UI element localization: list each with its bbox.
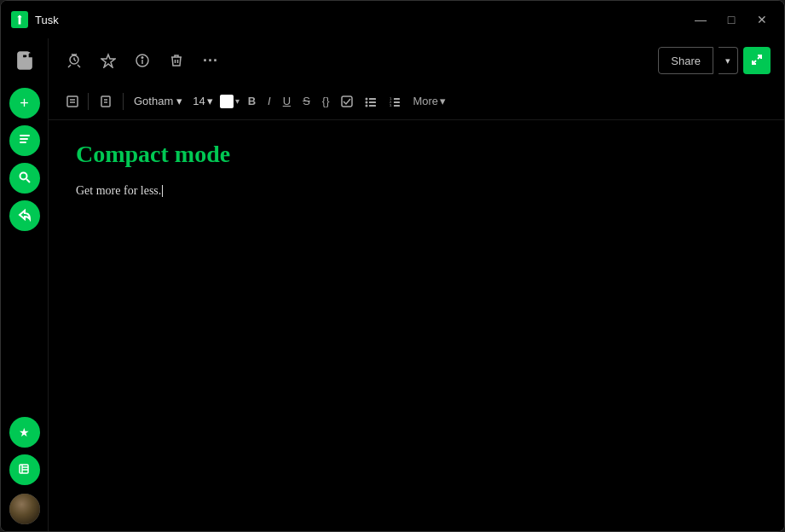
checkbox-button[interactable] [336,90,358,113]
svg-rect-1 [20,138,28,140]
svg-line-4 [26,179,30,182]
search-button[interactable] [9,163,40,194]
star-icon: ★ [19,425,30,439]
numbered-list-button[interactable]: 1. 2. 3. [384,90,406,113]
title-bar: Tusk — □ ✕ [1,1,784,38]
starred-button[interactable]: ★ [9,417,40,448]
close-button[interactable]: ✕ [750,8,774,32]
share-button[interactable]: Share [658,47,713,74]
svg-point-24 [366,101,368,103]
more-chevron-icon: ▾ [440,95,446,107]
svg-marker-10 [101,55,115,67]
notebooks-button[interactable] [9,454,40,485]
svg-rect-19 [101,96,110,107]
more-button[interactable]: More ▾ [407,93,451,109]
bullet-list-button[interactable] [360,90,382,113]
content-area: ··· Share ▾ [49,38,784,531]
app-logo [11,11,28,28]
title-bar-left: Tusk [11,11,59,28]
font-name: Gotham [134,95,173,107]
editor-area[interactable]: Compact mode Get more for less. [49,120,784,531]
color-picker[interactable] [220,95,234,108]
font-chevron-icon: ▾ [176,95,182,107]
star-icon[interactable] [96,49,120,72]
main-layout: + [1,38,784,531]
separator-1 [88,93,89,110]
separator-2 [123,93,124,110]
note-title: Compact mode [76,141,757,168]
minimize-button[interactable]: — [689,8,713,32]
svg-rect-32 [394,98,400,100]
font-selector[interactable]: Gotham ▾ [129,93,188,109]
text-cursor [162,185,163,197]
maximize-button[interactable]: □ [719,8,743,32]
toolbar-top: ··· Share ▾ [49,38,784,83]
share-dropdown-button[interactable]: ▾ [719,47,738,74]
svg-rect-5 [20,465,28,473]
svg-rect-0 [20,135,30,136]
svg-rect-2 [20,142,26,143]
note-body[interactable]: Get more for less. [76,182,757,200]
app-title: Tusk [35,14,59,26]
bold-button[interactable]: B [243,90,261,113]
search-icon [18,171,32,187]
font-size-value: 14 [193,95,205,107]
size-selector[interactable]: 14 ▾ [189,93,216,109]
underline-button[interactable]: U [278,90,296,113]
user-avatar[interactable] [9,494,40,524]
color-picker-group: ▾ [220,95,240,108]
shared-button[interactable] [9,200,40,231]
svg-text:3.: 3. [390,103,392,107]
svg-rect-34 [394,105,400,107]
more-options-icon[interactable]: ··· [199,49,222,72]
svg-rect-22 [342,96,352,107]
svg-point-3 [20,172,26,179]
svg-point-13 [141,57,143,59]
format-toolbar: Gotham ▾ 14 ▾ ▾ B I U S {} [49,83,784,120]
svg-point-25 [366,104,368,107]
plus-icon: + [20,95,29,113]
more-label: More [413,95,438,107]
delete-icon[interactable] [165,49,188,72]
svg-rect-26 [369,98,376,100]
title-bar-controls: — □ ✕ [689,8,774,32]
share-icon [18,208,32,224]
info-icon[interactable] [130,49,154,72]
note-body-text: Get more for less. [76,184,161,197]
toolbar-actions: ··· [62,49,222,72]
expand-icon [751,54,763,68]
new-note-button[interactable]: + [9,88,40,119]
avatar-image [9,494,40,524]
sidebar: + [1,38,49,531]
svg-rect-33 [394,101,400,103]
note-info-icon[interactable] [94,90,118,113]
evernote-logo [9,45,40,76]
svg-rect-27 [369,101,376,103]
expand-button[interactable] [743,47,771,74]
app-window: Tusk — □ ✕ + [0,0,785,532]
note-view-icon[interactable] [62,90,83,113]
svg-rect-28 [369,105,376,107]
svg-rect-16 [67,96,78,107]
notes-icon [18,133,32,149]
italic-button[interactable]: I [263,90,276,113]
strikethrough-button[interactable]: S [297,90,315,113]
color-chevron-icon[interactable]: ▾ [235,96,240,106]
chevron-down-icon: ▾ [725,55,730,66]
notes-button[interactable] [9,125,40,156]
notebooks-icon [18,462,32,478]
size-chevron-icon: ▾ [207,95,213,107]
toolbar-right: Share ▾ [658,47,771,74]
code-button[interactable]: {} [317,90,335,113]
reminder-icon[interactable] [62,49,86,72]
svg-point-23 [366,97,368,100]
